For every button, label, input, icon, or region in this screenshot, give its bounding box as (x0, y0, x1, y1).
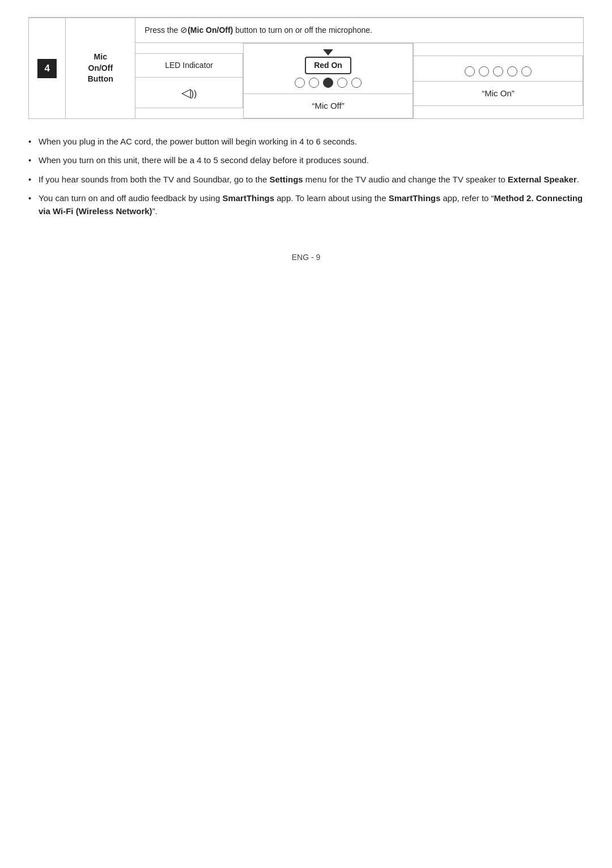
button-label-line1: Mic (94, 52, 107, 61)
dot-off-1 (295, 78, 305, 88)
main-table: 4 Mic On/Off Button Press the ⊘(Mic On/O… (28, 18, 584, 119)
bullet-3-text: If you hear sounds from both the TV and … (39, 175, 579, 184)
mic-on-label-cell: “Mic On” (414, 81, 583, 106)
mic-off-dots (250, 78, 406, 88)
red-on-box: Red On (305, 57, 351, 74)
header-cell: Press the ⊘(Mic On/Off) button to turn o… (135, 18, 584, 43)
footer: ENG - 9 (28, 252, 584, 263)
mic-off-cell: Red On “Mic Off” (244, 42, 414, 119)
bullet-2: When you turn on this unit, there will b… (28, 154, 584, 167)
dot-on-4 (507, 66, 517, 76)
bullet-1-text: When you plug in the AC cord, the power … (39, 137, 357, 146)
bullet-4-bold3: Method 2. Connecting via Wi-Fi (Wireless… (39, 193, 583, 216)
bullet-4: You can turn on and off audio feedback b… (28, 192, 584, 218)
bullet-list: When you plug in the AC cord, the power … (28, 135, 584, 218)
dot-on-5 (521, 66, 532, 76)
bullet-4-bold2: SmartThings (389, 193, 441, 203)
led-indicator-cell: LED Indicator ◁)) (135, 42, 244, 119)
header-text-normal: Press the (144, 25, 180, 35)
dot-off-5 (351, 78, 362, 88)
dot-on-3 (493, 66, 503, 76)
dot-on-2 (479, 66, 489, 76)
red-on-area: Red On (244, 43, 413, 93)
dot-off-4 (337, 78, 347, 88)
button-label-cell: Mic On/Off Button (66, 18, 135, 119)
number-badge: 4 (37, 59, 57, 78)
number-cell: 4 (29, 18, 66, 119)
led-label-cell: LED Indicator (135, 53, 243, 77)
sound-icon-cell: ◁)) (135, 77, 243, 108)
mic-on-dots-area (414, 56, 583, 81)
mic-off-label-cell: “Mic Off” (244, 93, 413, 118)
dot-off-2 (309, 78, 319, 88)
mic-on-sub-table: “Mic On” (414, 56, 583, 107)
red-on-arrow (250, 49, 406, 56)
bullet-3: If you hear sounds from both the TV and … (28, 173, 584, 186)
mic-on-dots (420, 66, 576, 76)
header-bold: (Mic On/Off) (188, 25, 233, 35)
button-label-line3: Button (88, 74, 113, 83)
bullet-2-text: When you turn on this unit, there will b… (39, 155, 369, 165)
bullet-4-text: You can turn on and off audio feedback b… (39, 193, 583, 216)
bullet-4-bold1: SmartThings (222, 193, 274, 203)
header-rest: button to turn on or off the microphone. (233, 25, 372, 35)
mic-off-sub-table: Red On “Mic Off” (244, 43, 413, 119)
sound-icon: ◁ (181, 86, 191, 100)
header-icon: ⊘ (180, 25, 188, 35)
led-sub-table: LED Indicator ◁)) (135, 53, 243, 108)
bullet-3-bold2: External Speaker (508, 175, 577, 184)
bullet-3-bold1: Settings (270, 175, 303, 184)
dot-off-3 (323, 78, 333, 88)
dot-on-1 (465, 66, 475, 76)
mic-on-cell: “Mic On” (414, 42, 584, 119)
bullet-1: When you plug in the AC cord, the power … (28, 135, 584, 148)
button-label-line2: On/Off (88, 63, 113, 73)
